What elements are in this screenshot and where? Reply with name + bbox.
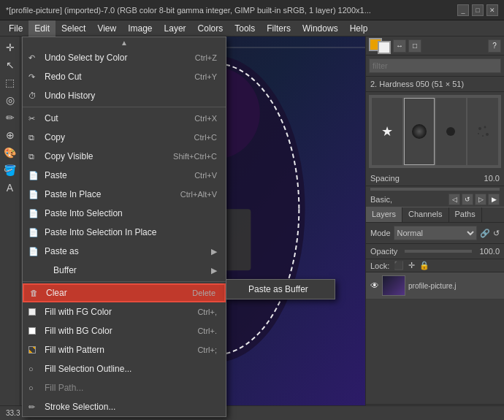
fill-bg-shortcut: Ctrl+. — [197, 327, 217, 335]
menu-copy-visible[interactable]: ⧉ Copy Visible Shift+Ctrl+C — [23, 147, 226, 166]
brush-type-label: Basic, — [370, 195, 447, 204]
layers-tabs: Layers Channels Paths — [366, 207, 504, 223]
brush-type-refresh-btn[interactable]: ↺ — [462, 194, 473, 205]
menu-select[interactable]: Select — [56, 20, 91, 37]
menu-redo-cut[interactable]: ↷ Redo Cut Ctrl+Y — [23, 67, 226, 86]
menu-bar: File Edit Select View Image Layer Colors… — [0, 20, 504, 37]
menu-paste-into-selection-in-place[interactable]: 📄 Paste Into Selection In Place — [23, 223, 226, 242]
paste-as-label: Paste as — [45, 246, 205, 256]
menu-undo-select-by-color[interactable]: ↶ Undo Select by Color Ctrl+Z — [23, 48, 226, 67]
tool-rect[interactable]: ⬚ — [2, 75, 18, 91]
paste-as-buffer-item[interactable]: Paste as Buffer — [226, 280, 335, 299]
menu-windows[interactable]: Windows — [297, 20, 344, 37]
svg-point-11 — [482, 135, 484, 137]
menu-view[interactable]: View — [91, 20, 122, 37]
tool-free[interactable]: ✏ — [2, 110, 18, 126]
paste-icon: 📄 — [28, 171, 39, 180]
menu-fill-fg[interactable]: Fill with FG Color Ctrl+, — [23, 302, 226, 321]
fill-bg-icon — [28, 327, 36, 335]
menu-colors[interactable]: Colors — [192, 20, 229, 37]
layer-visibility-icon[interactable]: 👁 — [370, 280, 379, 291]
menu-layer[interactable]: Layer — [159, 20, 192, 37]
svg-point-8 — [484, 126, 486, 129]
menu-fill-selection-outline[interactable]: ○ Fill Selection Outline... — [23, 359, 226, 378]
lock-all-icon[interactable]: 🔒 — [419, 261, 429, 270]
menu-stroke-selection[interactable]: ✏ Stroke Selection... — [23, 397, 226, 416]
swap-colors-icon[interactable]: ↔ — [393, 39, 406, 53]
tool-ellipse[interactable]: ◎ — [2, 92, 18, 108]
separator-2 — [23, 281, 226, 282]
brush-settings-icon[interactable]: ? — [488, 39, 501, 53]
menu-paste-as[interactable]: 📄 Paste as ▶ — [23, 242, 226, 261]
layer-name: profile-picture.j — [408, 282, 457, 290]
menu-fill-pattern[interactable]: Fill with Pattern Ctrl+; — [23, 340, 226, 359]
menu-undo-history[interactable]: ⏱ Undo History — [23, 86, 226, 105]
maximize-button[interactable]: □ — [472, 4, 484, 16]
menu-fill-bg[interactable]: Fill with BG Color Ctrl+. — [23, 321, 226, 340]
spacing-slider[interactable] — [370, 188, 500, 191]
brush-item-1[interactable]: ★ — [372, 98, 402, 165]
tab-paths[interactable]: Paths — [449, 207, 482, 222]
menu-image[interactable]: Image — [122, 20, 158, 37]
menu-filters[interactable]: Filters — [261, 20, 297, 37]
default-colors-icon[interactable]: □ — [408, 39, 421, 53]
history-icon: ⏱ — [28, 91, 37, 100]
menu-clear[interactable]: 🗑 Clear Delete — [23, 283, 226, 302]
buffer-label: Buffer — [45, 265, 205, 275]
background-color[interactable] — [378, 41, 391, 54]
brush-type-play-btn[interactable]: ▶ — [488, 194, 500, 205]
lock-position-icon[interactable]: ✛ — [408, 261, 415, 270]
tab-channels[interactable]: Channels — [402, 207, 448, 222]
minimize-button[interactable]: _ — [457, 4, 469, 16]
opacity-slider[interactable] — [405, 250, 472, 253]
fill-fg-shortcut: Ctrl+, — [197, 308, 217, 316]
menu-copy[interactable]: ⧉ Copy Ctrl+C — [23, 128, 226, 147]
mode-label: Mode — [370, 229, 391, 237]
menu-file[interactable]: File — [3, 20, 28, 37]
brush-type-prev-btn[interactable]: ◁ — [448, 194, 460, 205]
fill-selection-outline-label: Fill Selection Outline... — [45, 364, 217, 374]
fill-pattern-label: Fill with Pattern — [45, 345, 191, 355]
tool-color-picker[interactable]: 🎨 — [2, 145, 18, 161]
mode-reset-icon[interactable]: ↺ — [493, 229, 500, 238]
lock-row: Lock: ⬛ ✛ 🔒 — [366, 259, 504, 272]
close-button[interactable]: ✕ — [486, 4, 498, 16]
mode-select[interactable]: Normal — [394, 226, 477, 240]
opacity-label: Opacity — [370, 247, 397, 256]
brush-item-4[interactable] — [467, 98, 498, 165]
lock-pixel-icon[interactable]: ⬛ — [394, 261, 404, 270]
mode-link-icon[interactable]: 🔗 — [480, 229, 490, 238]
brush-type-next-btn[interactable]: ▷ — [475, 194, 486, 205]
menu-paste-in-place[interactable]: 📄 Paste In Place Ctrl+Alt+V — [23, 185, 226, 204]
left-toolbar: ✛ ↖ ⬚ ◎ ✏ ⊕ 🎨 🪣 A — [0, 37, 20, 420]
paste-as-submenu: Paste as Buffer — [226, 279, 335, 299]
menu-cut[interactable]: ✂ Cut Ctrl+X — [23, 109, 226, 128]
layer-thumbnail — [382, 275, 405, 296]
tool-zoom[interactable]: ⊕ — [2, 127, 18, 143]
brush-item-2[interactable] — [404, 98, 435, 165]
brush-preview: ★ — [369, 95, 501, 168]
menu-tools[interactable]: Tools — [229, 20, 261, 37]
paste-in-place-shortcut: Ctrl+Alt+V — [180, 190, 217, 199]
svg-point-7 — [478, 127, 481, 130]
layer-row[interactable]: 👁 profile-picture.j — [366, 272, 504, 299]
menu-buffer[interactable]: Buffer ▶ — [23, 261, 226, 280]
menu-paste[interactable]: 📄 Paste Ctrl+V — [23, 166, 226, 185]
menu-paste-into-selection[interactable]: 📄 Paste Into Selection — [23, 204, 226, 223]
tool-align[interactable]: ↖ — [2, 57, 18, 73]
brush-item-3[interactable] — [436, 98, 467, 165]
scroll-up-indicator[interactable]: ▲ — [23, 37, 226, 48]
brush-filter-input[interactable] — [369, 58, 501, 73]
tool-bucket[interactable]: 🪣 — [2, 162, 18, 178]
tool-text[interactable]: A — [2, 180, 18, 196]
tool-move[interactable]: ✛ — [2, 39, 18, 56]
paste-in-place-icon: 📄 — [28, 190, 39, 199]
stroke-selection-label: Stroke Selection... — [45, 402, 217, 412]
menu-edit[interactable]: Edit — [28, 20, 56, 37]
separator-1 — [23, 107, 226, 107]
menu-help[interactable]: Help — [344, 20, 374, 37]
clear-shortcut: Delete — [192, 289, 215, 297]
tab-layers[interactable]: Layers — [366, 207, 402, 222]
cut-label: Cut — [45, 113, 188, 123]
clear-icon: 🗑 — [30, 289, 38, 297]
